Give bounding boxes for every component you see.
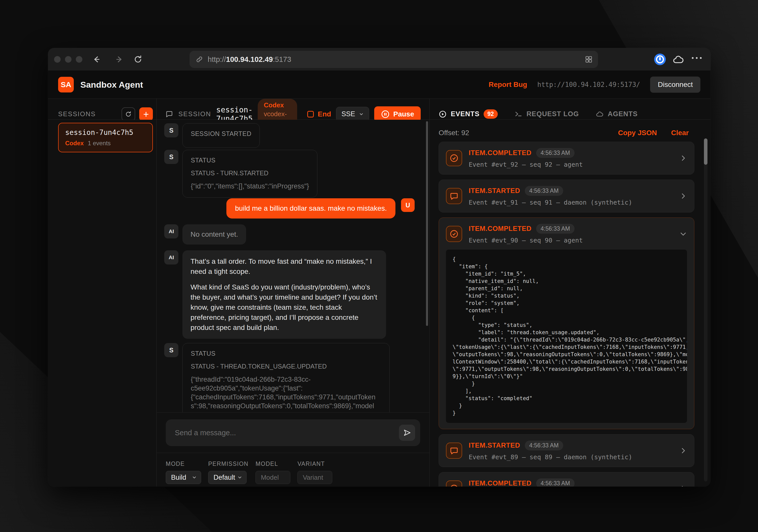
report-bug-link[interactable]: Report Bug — [489, 81, 527, 89]
minimize-window-button[interactable] — [65, 56, 72, 63]
events-panel-header: Offset: 92 Copy JSON Clear — [430, 127, 710, 139]
event-payload-json: { "item": { "item_id": "itm_5", "native_… — [453, 256, 680, 417]
message-user: build me a billion dollar saas. make no … — [226, 198, 415, 218]
session-list-item[interactable]: session-7un4c7h5 Codex 1 events — [58, 123, 153, 152]
variant-label: VARIANT — [297, 460, 332, 467]
event-time-badge: 4:56:33 AM — [536, 479, 574, 486]
app-header: SA Sandbox Agent Report Bug http://100.9… — [48, 71, 710, 99]
zoom-window-button[interactable] — [76, 56, 82, 63]
cloud-icon[interactable] — [672, 53, 684, 66]
chat-column: S SESSION STARTED S STATUS STATUS - TURN… — [157, 120, 430, 486]
session-controls: MODE Build PERMISSION Default — [157, 453, 429, 486]
disconnect-button[interactable]: Disconnect — [650, 77, 701, 93]
browser-menu-icon[interactable] — [692, 57, 702, 59]
message-bubble: SESSION STARTED — [183, 123, 260, 148]
message-bubble: No content yet. — [183, 224, 246, 245]
tab-agents[interactable]: AGENTS — [596, 110, 638, 118]
desktop-background: http://100.94.102.49:5173 SA Sandbox Age… — [0, 0, 758, 532]
event-time-badge: 4:56:33 AM — [525, 441, 563, 450]
chat-scrollbar-thumb[interactable] — [426, 121, 428, 326]
message-list: S SESSION STARTED S STATUS STATUS - TURN… — [157, 120, 429, 412]
chevron-down-icon — [237, 475, 242, 480]
session-item-agent: Codex — [65, 140, 84, 147]
copy-json-button[interactable]: Copy JSON — [618, 129, 657, 137]
mode-select[interactable]: Build — [166, 471, 201, 484]
event-card[interactable]: ITEM.STARTED 4:56:33 AM Event #evt_89 — … — [439, 434, 694, 467]
chevron-right-icon — [679, 192, 687, 200]
refresh-sessions-button[interactable] — [121, 107, 135, 121]
chat-bubble-icon — [446, 188, 462, 204]
play-circle-icon — [439, 110, 447, 118]
mode-label: MODE — [166, 460, 201, 467]
ai-avatar: AI — [164, 224, 178, 239]
event-card[interactable]: ITEM.COMPLETED 4:56:33 AM Event #evt_92 … — [439, 142, 694, 175]
variant-input[interactable] — [297, 471, 332, 484]
main-content: session-7un4c7h5 Codex 1 events S SESSIO… — [48, 120, 710, 486]
event-card[interactable]: ITEM.STARTED 4:56:33 AM Event #evt_91 — … — [439, 180, 694, 213]
extensions-grid-icon[interactable] — [584, 55, 593, 64]
message-status-token-usage: S STATUS STATUS - THREAD.TOKEN_USAGE.UPD… — [164, 343, 390, 412]
sessions-sidebar: session-7un4c7h5 Codex 1 events — [48, 120, 157, 486]
message-bubble: STATUS STATUS - THREAD.TOKEN_USAGE.UPDAT… — [183, 343, 390, 412]
transport-select[interactable]: SSE — [336, 107, 369, 121]
send-button[interactable] — [399, 425, 415, 441]
message-composer — [166, 419, 420, 446]
mode-control: MODE Build — [166, 460, 201, 486]
event-type: ITEM.STARTED — [469, 442, 520, 449]
event-meta: Event #evt_92 — seq 92 — agent — [469, 161, 673, 168]
pause-circle-icon — [381, 110, 390, 119]
events-scrollbar-track[interactable] — [704, 140, 707, 482]
clear-events-button[interactable]: Clear — [671, 129, 689, 137]
back-icon[interactable] — [91, 54, 102, 64]
model-label: MODEL — [256, 460, 290, 467]
password-manager-icon[interactable] — [654, 53, 666, 65]
message-status-turn-started: S STATUS STATUS - TURN.STARTED {"id":"0"… — [164, 150, 317, 198]
session-label: SESSION — [178, 110, 211, 118]
offset-label: Offset: 92 — [439, 129, 469, 137]
message-input[interactable] — [175, 429, 399, 437]
browser-window: http://100.94.102.49:5173 SA Sandbox Age… — [48, 48, 710, 486]
url-bar[interactable]: http://100.94.102.49:5173 — [190, 51, 598, 68]
toolbar-row: SESSIONS + SESSION session-7un4c7h5 Code… — [48, 99, 710, 120]
permission-select[interactable]: Default — [208, 471, 247, 484]
permission-label: PERMISSION — [208, 460, 248, 467]
check-circle-icon — [446, 481, 462, 486]
event-type: ITEM.COMPLETED — [469, 149, 532, 157]
check-circle-icon — [446, 150, 462, 166]
new-session-button[interactable]: + — [139, 107, 153, 121]
forward-icon[interactable] — [114, 54, 124, 64]
event-card-expanded[interactable]: ITEM.COMPLETED 4:56:33 AM Event #evt_90 … — [439, 217, 694, 429]
chevron-down-icon — [359, 112, 364, 117]
chevron-right-icon — [679, 154, 687, 162]
chevron-down-icon — [192, 475, 197, 480]
message-bubble: STATUS STATUS - TURN.STARTED {"id":"0","… — [183, 150, 317, 198]
user-avatar: U — [401, 198, 415, 212]
session-item-name: session-7un4c7h5 — [65, 128, 146, 137]
model-input[interactable] — [256, 471, 290, 484]
chat-bubble-icon — [446, 443, 462, 459]
events-count-badge: 92 — [484, 109, 498, 119]
system-avatar: S — [164, 343, 178, 357]
events-scrollbar-thumb[interactable] — [704, 138, 707, 165]
server-url: http://100.94.102.49:5173/ — [537, 81, 640, 88]
system-avatar: S — [164, 150, 178, 164]
end-session-button[interactable]: End — [307, 110, 331, 118]
message-bubble: That’s a tall order. To move fast and “m… — [183, 250, 386, 339]
event-card[interactable]: ITEM.COMPLETED 4:56:33 AM Event #evt_88 … — [439, 472, 694, 486]
refresh-icon[interactable] — [133, 54, 143, 64]
close-window-button[interactable] — [54, 56, 61, 63]
event-meta: Event #evt_90 — seq 90 — agent — [469, 237, 673, 244]
event-meta: Event #evt_91 — seq 91 — daemon (synthet… — [469, 199, 673, 206]
model-control: MODEL — [256, 460, 290, 486]
message-ai-empty: AI No content yet. — [164, 224, 246, 245]
ai-avatar: AI — [164, 250, 178, 264]
message-session-started: S SESSION STARTED — [164, 123, 260, 148]
message-ai-reply: AI That’s a tall order. To move fast and… — [164, 250, 386, 339]
event-payload: { "item": { "item_id": "itm_5", "native_… — [446, 249, 687, 423]
chevron-down-icon — [679, 230, 687, 238]
permission-control: PERMISSION Default — [208, 460, 248, 486]
tab-events[interactable]: EVENTS 92 — [439, 109, 498, 119]
tab-request-log[interactable]: REQUEST LOG — [514, 110, 579, 118]
app-logo: SA — [58, 77, 74, 92]
variant-control: VARIANT — [297, 460, 332, 486]
